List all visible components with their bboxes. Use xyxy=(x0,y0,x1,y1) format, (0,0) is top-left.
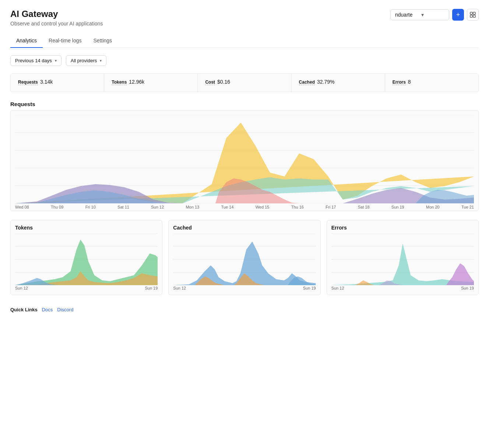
svg-rect-2 xyxy=(470,15,472,17)
filter-bar: Previous 14 days ▾ All providers ▾ xyxy=(10,55,479,66)
page-title: AI Gateway xyxy=(10,9,103,19)
date-range-filter[interactable]: Previous 14 days ▾ xyxy=(10,55,61,66)
tab-analytics[interactable]: Analytics xyxy=(10,34,43,48)
discord-link[interactable]: Discord xyxy=(57,307,73,312)
grid-icon xyxy=(470,12,476,18)
tab-bar: Analytics Real-time logs Settings xyxy=(10,34,479,48)
provider-filter[interactable]: All providers ▾ xyxy=(66,55,107,66)
svg-rect-0 xyxy=(470,12,472,14)
requests-chart-title: Requests xyxy=(10,101,479,107)
tokens-x-labels: Sun 12 Sun 19 xyxy=(15,285,158,290)
tokens-svg xyxy=(15,234,158,285)
cached-chart-title: Cached xyxy=(173,225,316,231)
cached-chart: Cached Sun 12 Sun 19 xyxy=(168,220,320,295)
quick-links-label: Quick Links xyxy=(10,307,38,312)
metrics-bar: Requests 3.14k Tokens 12.96k Cost $0.16 … xyxy=(10,73,479,92)
metric-cost: Cost $0.16 xyxy=(198,74,291,92)
metric-tokens: Tokens 12.96k xyxy=(104,74,198,92)
requests-chart-container: Wed 08 Thu 09 Fri 10 Sat 11 Sun 12 Mon 1… xyxy=(10,110,479,211)
cost-value: $0.16 xyxy=(217,79,230,85)
requests-value: 3.14k xyxy=(40,79,53,85)
requests-x-labels: Wed 08 Thu 09 Fri 10 Sat 11 Sun 12 Mon 1… xyxy=(15,203,474,209)
page-subtitle: Observe and control your AI applications xyxy=(10,21,103,27)
metric-requests: Requests 3.14k xyxy=(11,74,104,92)
errors-x-labels: Sun 12 Sun 19 xyxy=(331,285,474,290)
svg-rect-3 xyxy=(473,15,475,17)
quick-links-bar: Quick Links Docs Discord xyxy=(10,304,479,312)
requests-chart-svg xyxy=(15,115,474,203)
requests-chart-area xyxy=(15,115,474,203)
provider-label: All providers xyxy=(71,58,97,63)
small-charts-row: Tokens Sun 12 Sun 19 xyxy=(10,220,479,295)
cost-label: Cost xyxy=(205,80,215,85)
errors-value: 8 xyxy=(408,79,411,85)
add-button[interactable]: + xyxy=(452,9,464,21)
errors-chart: Errors Sun xyxy=(327,220,479,295)
date-range-label: Previous 14 days xyxy=(15,58,52,63)
requests-chart-section: Requests xyxy=(10,101,479,211)
metric-cached: Cached 32.79% xyxy=(292,74,385,92)
chevron-down-icon: ▾ xyxy=(55,59,57,63)
tokens-chart-area xyxy=(15,234,158,285)
errors-chart-title: Errors xyxy=(331,225,474,231)
tokens-label: Tokens xyxy=(112,80,127,85)
chevron-down-icon: ▾ xyxy=(421,12,444,18)
svg-rect-1 xyxy=(473,12,475,14)
docs-link[interactable]: Docs xyxy=(42,307,53,312)
metric-errors: Errors 8 xyxy=(385,74,478,92)
layout-icon-button[interactable] xyxy=(467,9,479,21)
tokens-value: 12.96k xyxy=(129,79,144,85)
cached-x-labels: Sun 12 Sun 19 xyxy=(173,285,316,290)
errors-svg xyxy=(331,234,474,285)
chevron-down-icon: ▾ xyxy=(100,59,102,63)
errors-label: Errors xyxy=(393,80,406,85)
cached-chart-area xyxy=(173,234,316,285)
tokens-chart-title: Tokens xyxy=(15,225,158,231)
cached-value: 32.79% xyxy=(317,79,334,85)
tab-settings[interactable]: Settings xyxy=(88,34,118,48)
tokens-chart: Tokens Sun 12 Sun 19 xyxy=(10,220,162,295)
cached-label: Cached xyxy=(299,80,315,85)
errors-chart-area xyxy=(331,234,474,285)
cached-svg xyxy=(173,234,316,285)
requests-label: Requests xyxy=(18,80,38,85)
tab-realtime-logs[interactable]: Real-time logs xyxy=(43,34,87,48)
account-selector[interactable]: nduarte ▾ xyxy=(390,9,449,20)
account-name: nduarte xyxy=(395,12,418,18)
